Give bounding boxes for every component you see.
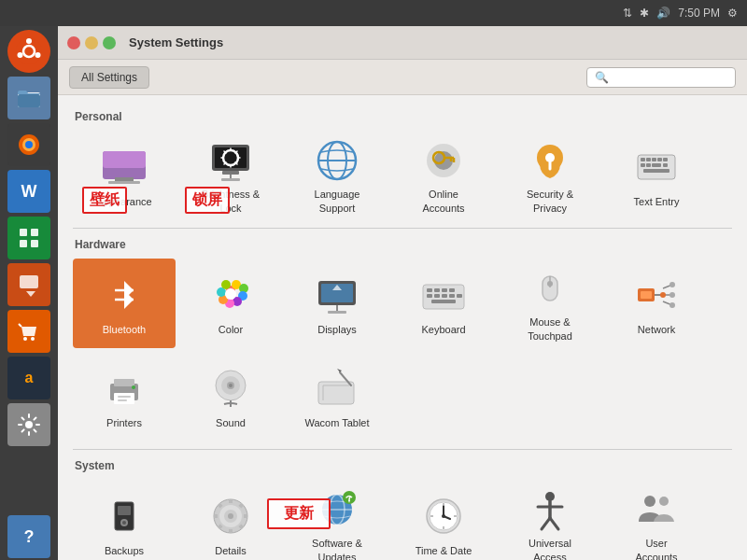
settings-item-sound[interactable]: Sound	[179, 352, 282, 441]
sidebar-item-files[interactable]	[7, 77, 50, 119]
svg-rect-70	[434, 288, 440, 292]
personal-grid: Appearance 壁纸	[73, 131, 732, 220]
settings-item-backups[interactable]: Backups	[73, 480, 176, 560]
top-bar: ⇅ ✱ 🔊 7:50 PM ⚙	[0, 0, 747, 26]
maximize-button[interactable]	[103, 36, 116, 49]
settings-item-security[interactable]: Security &Privacy	[499, 131, 601, 220]
system-grid: Backups	[73, 480, 732, 560]
svg-rect-78	[431, 300, 456, 303]
settings-item-displays[interactable]: Displays	[286, 259, 388, 348]
network-label: Network	[638, 323, 675, 336]
close-button[interactable]	[67, 36, 80, 49]
settings-item-online-accounts[interactable]: OnlineAccounts	[392, 131, 495, 220]
bluetooth-icon	[100, 271, 148, 319]
text-entry-label: Text Entry	[634, 195, 680, 208]
svg-rect-43	[652, 158, 656, 161]
svg-line-133	[542, 518, 550, 529]
settings-item-mouse[interactable]: Mouse &Touchpad	[499, 259, 601, 348]
settings-item-details[interactable]: Details	[179, 480, 282, 560]
language-label: LanguageSupport	[315, 188, 360, 215]
settings-item-time-date[interactable]: Time & Date	[392, 480, 495, 560]
clock: 7:50 PM	[678, 7, 720, 20]
sidebar-item-ubuntu[interactable]	[7, 30, 50, 73]
settings-item-software-updates[interactable]: Software &Updates 更新	[286, 480, 388, 560]
gear-icon[interactable]: ⚙	[727, 7, 738, 20]
appearance-icon	[100, 143, 148, 191]
svg-rect-46	[641, 163, 645, 167]
settings-item-bluetooth[interactable]: Bluetooth	[73, 259, 176, 348]
svg-point-4	[18, 52, 23, 58]
title-bar: System Settings	[58, 26, 747, 60]
sort-icon: ⇅	[623, 7, 632, 20]
svg-point-91	[669, 302, 675, 308]
bluetooth-icon: ✱	[640, 7, 649, 20]
sidebar-item-amazon[interactable]: a	[7, 357, 50, 399]
svg-rect-13	[31, 240, 38, 247]
svg-rect-41	[641, 158, 645, 161]
color-label: Color	[218, 323, 243, 336]
section-hardware-label: Hardware	[73, 238, 732, 251]
wacom-icon	[313, 364, 361, 413]
window-title: System Settings	[129, 35, 223, 49]
svg-point-18	[25, 421, 33, 428]
svg-rect-44	[657, 158, 662, 161]
section-personal-label: Personal	[73, 110, 732, 123]
svg-rect-50	[643, 169, 669, 173]
network-icon	[632, 271, 681, 319]
text-entry-icon	[632, 143, 681, 191]
settings-item-wacom[interactable]: Wacom Tablet	[286, 352, 388, 441]
settings-item-universal-access[interactable]: UniversalAccess	[499, 480, 601, 560]
svg-rect-22	[108, 181, 140, 184]
section-system-label: System	[73, 459, 732, 472]
settings-item-text-entry[interactable]: Text Entry	[605, 131, 708, 220]
time-date-icon	[419, 492, 468, 540]
svg-rect-42	[646, 158, 651, 161]
system-tray: ⇅ ✱ 🔊 7:50 PM ⚙	[623, 7, 738, 20]
svg-rect-20	[103, 151, 146, 168]
printers-icon	[100, 364, 148, 413]
software-updates-icon	[313, 485, 361, 533]
settings-item-keyboard[interactable]: Keyboard	[392, 259, 495, 348]
settings-item-appearance[interactable]: Appearance 壁纸	[73, 131, 176, 220]
backups-icon	[100, 492, 148, 540]
minimize-button[interactable]	[85, 36, 98, 49]
search-box[interactable]: 🔍	[586, 67, 736, 88]
svg-rect-10	[20, 229, 27, 236]
svg-rect-26	[222, 171, 239, 175]
sidebar-item-writer[interactable]: W	[7, 170, 50, 213]
settings-item-color[interactable]: Color	[179, 259, 282, 348]
svg-rect-21	[115, 177, 134, 181]
volume-icon: 🔊	[656, 7, 670, 20]
sidebar-item-impress[interactable]	[7, 263, 50, 306]
settings-item-printers[interactable]: Printers	[73, 352, 176, 441]
svg-point-61	[221, 280, 231, 289]
sidebar-item-calc[interactable]	[7, 217, 50, 259]
security-icon	[526, 136, 574, 184]
svg-rect-72	[449, 288, 455, 292]
svg-rect-96	[118, 399, 127, 401]
sidebar-item-shop[interactable]	[7, 310, 50, 353]
sidebar-item-settings[interactable]	[7, 403, 50, 446]
svg-rect-69	[427, 288, 432, 292]
settings-item-network[interactable]: Network	[605, 259, 708, 348]
svg-marker-15	[26, 291, 35, 297]
settings-item-user-accounts[interactable]: UserAccounts	[605, 480, 708, 560]
printers-label: Printers	[106, 416, 142, 429]
svg-rect-73	[427, 294, 432, 298]
settings-item-brightness[interactable]: Brightness &Lock 锁屏	[179, 131, 282, 220]
sidebar-item-firefox[interactable]	[7, 123, 50, 166]
brightness-label: Brightness &Lock	[202, 188, 260, 215]
svg-point-17	[31, 337, 35, 341]
svg-rect-47	[646, 163, 651, 167]
security-label: Security &Privacy	[527, 188, 573, 215]
keyboard-label: Keyboard	[421, 323, 465, 336]
keyboard-icon	[419, 271, 468, 319]
sidebar-item-help[interactable]: ?	[7, 515, 50, 558]
sound-label: Sound	[216, 416, 246, 429]
all-settings-button[interactable]: All Settings	[69, 66, 149, 89]
svg-point-9	[25, 141, 33, 148]
svg-point-111	[122, 521, 126, 525]
svg-rect-67	[328, 311, 346, 314]
hardware-divider	[73, 228, 732, 229]
settings-item-language[interactable]: LanguageSupport	[286, 131, 388, 220]
